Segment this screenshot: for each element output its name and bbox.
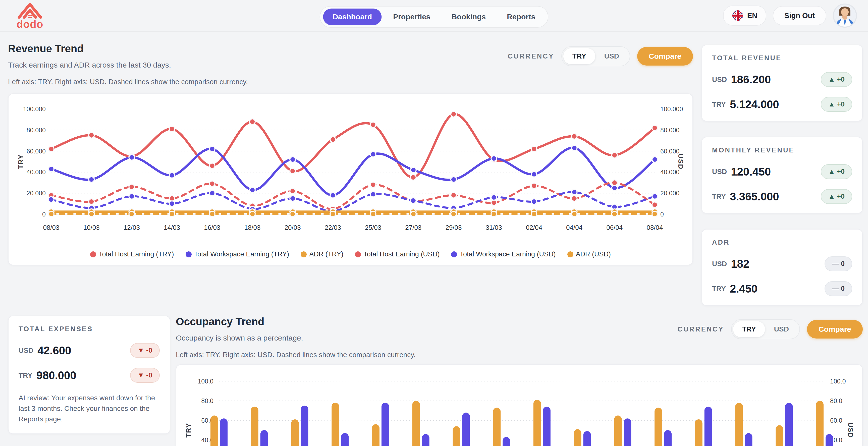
metric-row: USD186.200▲ +0 (712, 72, 852, 87)
metric-value: 2.450 (730, 283, 757, 295)
svg-text:40.000: 40.000 (660, 168, 679, 176)
svg-text:08/03: 08/03 (43, 224, 59, 231)
legend-item: Total Workspace Earning (USD) (451, 250, 556, 258)
occupancy-subtitle: Occupancy is shown as a percentage. (176, 334, 416, 342)
svg-text:27/03: 27/03 (405, 224, 422, 231)
metric-badge: — 0 (825, 281, 852, 296)
svg-text:TRY: TRY (17, 154, 25, 169)
svg-text:22/03: 22/03 (325, 224, 341, 231)
revenue-subtitle: Track earnings and ADR across the last 3… (8, 61, 248, 69)
language-button[interactable]: EN (723, 5, 766, 26)
svg-text:0: 0 (42, 211, 46, 218)
svg-text:60.000: 60.000 (27, 148, 46, 155)
metric-value: 186.200 (731, 73, 771, 86)
currency-option-usd[interactable]: USD (595, 48, 628, 64)
metric-value: 120.450 (731, 165, 771, 178)
metric-badge: ▲ +0 (821, 164, 852, 179)
metric-currency: USD (712, 168, 727, 176)
legend-dot (186, 251, 192, 257)
stat-card-title: ADR (712, 238, 852, 246)
stats-sidebar: TOTAL REVENUEUSD186.200▲ +0TRY5.124.000▲… (702, 45, 863, 306)
svg-text:USD: USD (677, 154, 684, 169)
svg-text:0: 0 (660, 211, 664, 218)
svg-text:31/03: 31/03 (486, 224, 502, 231)
legend-dot (301, 251, 307, 257)
revenue-chart-legend: Total Host Earning (TRY)Total Workspace … (8, 248, 692, 265)
metric-row: TRY2.450— 0 (712, 281, 852, 296)
stat-card-title: TOTAL REVENUE (712, 54, 852, 62)
currency-option-try[interactable]: TRY (733, 321, 765, 337)
svg-text:25/03: 25/03 (365, 224, 381, 231)
metric-row: TRY3.365.000▲ +0 (712, 189, 852, 204)
legend-label: Total Workspace Earning (USD) (460, 250, 556, 258)
total-expenses-card: TOTAL EXPENSES USD42.600▼ -0TRY980.000▼ … (8, 316, 170, 434)
metric-currency: TRY (19, 372, 32, 379)
app-header: dodo DashboardPropertiesBookingsReports … (0, 0, 868, 32)
stat-card-title: MONTHLY REVENUE (712, 147, 852, 154)
metric-value: 182 (731, 258, 749, 270)
revenue-title: Revenue Trend (8, 43, 248, 55)
occupancy-title: Occupancy Trend (176, 316, 416, 328)
currency-option-try[interactable]: TRY (563, 48, 595, 64)
currency-label: CURRENCY (508, 53, 554, 60)
svg-text:10/03: 10/03 (83, 224, 100, 231)
metric-currency: USD (712, 260, 727, 268)
revenue-compare-button[interactable]: Compare (637, 47, 693, 66)
metric-currency: TRY (712, 193, 726, 201)
svg-text:80.000: 80.000 (660, 127, 679, 134)
revenue-currency-toggle: TRYUSD (561, 46, 630, 66)
logo[interactable]: dodo (11, 1, 49, 30)
nav-item-reports[interactable]: Reports (497, 8, 545, 25)
occupancy-section: Occupancy Trend Occupancy is shown as a … (176, 316, 863, 446)
occupancy-compare-button[interactable]: Compare (807, 320, 863, 339)
metric-badge: ▲ +0 (821, 97, 852, 112)
occupancy-header-text: Occupancy Trend Occupancy is shown as a … (176, 316, 416, 359)
svg-text:20/03: 20/03 (285, 224, 301, 231)
legend-label: ADR (TRY) (309, 250, 343, 258)
expenses-ai-note: AI review: Your expenses went down for t… (19, 393, 160, 424)
legend-dot (451, 251, 457, 257)
svg-text:40.000: 40.000 (27, 168, 46, 176)
occupancy-chart-card: 0.00.020.020.040.040.060.060.080.080.010… (176, 364, 863, 446)
legend-dot (355, 251, 361, 257)
header-actions: EN Sign Out (723, 3, 857, 28)
nav-item-properties[interactable]: Properties (383, 8, 440, 25)
user-avatar[interactable] (833, 3, 857, 28)
legend-label: Total Workspace Earning (TRY) (194, 250, 289, 258)
metric-value: 980.000 (36, 369, 76, 382)
svg-text:80.0: 80.0 (201, 397, 214, 404)
metric-row: TRY5.124.000▲ +0 (712, 97, 852, 112)
metric-row: TRY980.000▼ -0 (19, 368, 160, 383)
legend-dot (90, 251, 96, 257)
svg-text:14/03: 14/03 (164, 224, 180, 231)
metric-row: USD120.450▲ +0 (712, 164, 852, 179)
nav-item-bookings[interactable]: Bookings (442, 8, 496, 25)
svg-text:08/04: 08/04 (647, 224, 663, 231)
legend-label: Total Host Earning (TRY) (99, 250, 174, 258)
language-label: EN (747, 11, 757, 20)
svg-text:16/03: 16/03 (204, 224, 220, 231)
metric-badge: ▼ -0 (130, 343, 160, 358)
occupancy-axis-note: Left axis: TRY. Right axis: USD. Dashed … (176, 351, 416, 359)
currency-option-usd[interactable]: USD (765, 321, 798, 337)
svg-text:60.0: 60.0 (830, 417, 842, 424)
metric-value: 42.600 (37, 344, 71, 357)
metric-row: USD42.600▼ -0 (19, 343, 160, 358)
stat-card-total-revenue: TOTAL REVENUEUSD186.200▲ +0TRY5.124.000▲… (702, 45, 863, 121)
sign-out-label: Sign Out (784, 11, 815, 20)
metric-row: USD182— 0 (712, 256, 852, 271)
currency-label: CURRENCY (678, 325, 724, 333)
legend-item: ADR (TRY) (301, 250, 343, 258)
svg-text:20.000: 20.000 (27, 190, 46, 197)
legend-dot (567, 251, 574, 257)
sign-out-button[interactable]: Sign Out (773, 6, 826, 25)
svg-text:100.0: 100.0 (830, 378, 846, 385)
main-content: Revenue Trend Track earnings and ADR acr… (0, 32, 868, 446)
revenue-chart-card: 0020.00020.00040.00040.00060.00060.00080… (8, 93, 693, 265)
svg-text:20.000: 20.000 (660, 190, 679, 197)
metric-badge: ▲ +0 (821, 72, 852, 87)
left-stats-column: TOTAL EXPENSES USD42.600▼ -0TRY980.000▼ … (8, 316, 170, 446)
nav-item-dashboard[interactable]: Dashboard (323, 8, 381, 25)
occupancy-bar-chart: 0.00.020.020.040.040.060.060.080.080.010… (176, 368, 862, 446)
logo-house-icon (17, 1, 43, 20)
